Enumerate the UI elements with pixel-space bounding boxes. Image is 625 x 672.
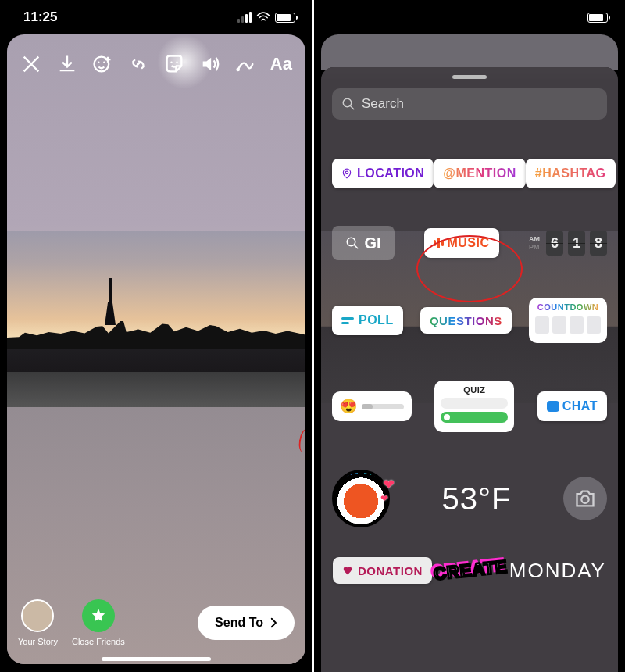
sticker-emoji-slider[interactable]: 😍 [332, 391, 412, 421]
editor-toolbar: Aa [7, 41, 305, 88]
statusbar: 11:25 [0, 0, 312, 34]
search-icon [345, 236, 359, 250]
close-friends-button[interactable]: Close Friends [72, 599, 125, 646]
sticker-label: MONDAY [509, 559, 606, 582]
sticker-camera[interactable] [563, 477, 607, 520]
battery-icon [588, 13, 608, 23]
close-friends-icon [82, 599, 115, 632]
story-photo[interactable] [7, 231, 305, 407]
link-icon[interactable] [125, 51, 152, 77]
sticker-label: CHAT [562, 399, 598, 413]
sticker-mention[interactable]: @MENTION [434, 159, 525, 188]
drag-handle[interactable] [452, 75, 487, 79]
text-icon[interactable]: Aa [268, 51, 295, 77]
status-icons [238, 12, 295, 23]
pin-icon [341, 167, 352, 180]
clock-digit: 1 [568, 231, 585, 256]
sticker-music[interactable]: MUSIC [424, 228, 498, 258]
avatar [21, 599, 54, 632]
sticker-poll[interactable]: POLL [332, 306, 403, 335]
save-icon[interactable] [54, 51, 80, 77]
sticker-label: QUESTIONS [430, 314, 502, 327]
your-story-label: Your Story [18, 637, 58, 646]
heart-eyes-emoji-icon: 😍 [340, 398, 357, 415]
draw-icon[interactable] [232, 51, 259, 77]
sticker-label: DONATION [358, 564, 423, 577]
send-to-button[interactable]: Send To [198, 606, 295, 640]
story-canvas-peek[interactable] [321, 34, 618, 70]
sticker-chat[interactable]: CHAT [538, 391, 607, 421]
close-friends-label: Close Friends [72, 637, 125, 646]
sticker-tray[interactable]: Search LOCATION @MENTION #HASHTAG [321, 67, 618, 672]
heart-icon [342, 565, 353, 576]
sticker-label: POLL [359, 313, 394, 327]
sticker-create[interactable]: CREATE [433, 556, 509, 584]
ampm-label: AM PM [529, 236, 540, 251]
sticker-quiz[interactable]: QUIZ [434, 381, 514, 432]
sticker-selfie-mouth[interactable] [332, 470, 390, 527]
sticker-label: COUNTDOWN [538, 302, 598, 312]
status-time: 11:25 [23, 9, 57, 25]
svg-point-2 [104, 62, 105, 63]
story-canvas[interactable]: Aa Your Story Close Friends Send To [7, 34, 305, 664]
sticker-hashtag[interactable]: #HASHTAG [526, 159, 616, 188]
sticker-label: QUIZ [463, 385, 485, 395]
sticker-icon[interactable] [161, 51, 188, 77]
sticker-label: GI [364, 234, 380, 252]
sticker-gif[interactable]: GI [332, 226, 395, 260]
sticker-day[interactable]: MONDAY [509, 559, 606, 583]
battery-icon [275, 13, 295, 23]
sticker-label: MUSIC [447, 236, 489, 250]
signal-icon [238, 12, 252, 23]
search-icon [341, 97, 355, 111]
clock-digit: 6 [546, 231, 563, 256]
svg-point-1 [98, 62, 100, 63]
sticker-search[interactable]: Search [332, 88, 607, 120]
svg-point-4 [176, 62, 177, 63]
poll-icon [341, 317, 354, 324]
svg-point-5 [237, 68, 241, 72]
face-filter-icon[interactable] [89, 51, 116, 77]
send-to-label: Send To [215, 616, 263, 630]
sticker-donation[interactable]: DONATION [333, 557, 432, 584]
sound-icon[interactable] [197, 51, 223, 77]
close-button[interactable] [18, 51, 45, 77]
countdown-slots-icon [535, 316, 601, 334]
svg-point-7 [345, 171, 348, 174]
slider-track [362, 404, 404, 409]
sticker-label: @MENTION [443, 166, 516, 181]
search-placeholder: Search [362, 96, 404, 112]
sticker-temperature[interactable]: 53°F [442, 481, 512, 517]
phone-left-story-editor: 11:25 [0, 0, 312, 672]
camera-icon [574, 489, 596, 508]
home-indicator[interactable] [102, 657, 211, 661]
sticker-label: 53°F [442, 481, 512, 516]
clock-digit: 8 [590, 231, 607, 256]
sticker-questions[interactable]: QUESTIONS [420, 307, 512, 334]
svg-point-3 [170, 62, 172, 63]
your-story-button[interactable]: Your Story [18, 599, 58, 646]
sticker-countdown[interactable]: COUNTDOWN [529, 298, 607, 343]
sticker-label: #HASHTAG [535, 166, 606, 181]
music-eq-icon [434, 238, 444, 248]
phone-right-sticker-tray: 11:25 Search LOCATION @MENTION [312, 0, 625, 672]
sticker-label: CREATE [433, 556, 509, 584]
sticker-label: LOCATION [357, 166, 424, 181]
sticker-time[interactable]: AM PM 6 1 8 [529, 231, 607, 256]
sticker-location[interactable]: LOCATION [332, 159, 434, 188]
bottom-bar: Your Story Close Friends Send To [7, 589, 305, 656]
wifi-icon [256, 12, 270, 23]
svg-point-9 [581, 496, 588, 503]
chat-bubble-icon [547, 401, 559, 412]
